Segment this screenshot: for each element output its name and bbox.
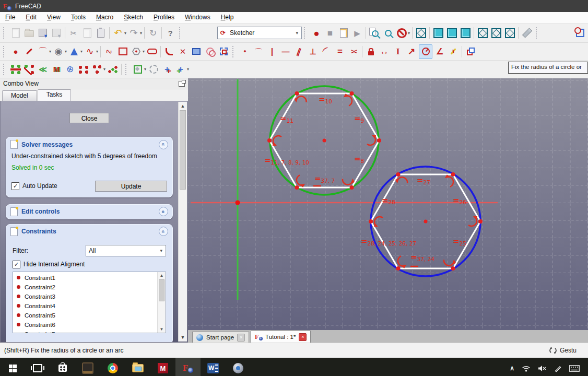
view-sketch-button[interactable]	[574, 26, 586, 40]
volume-muted-icon[interactable]	[538, 365, 547, 372]
taskbar-word[interactable]: W	[201, 358, 226, 376]
menu-help[interactable]: Help	[216, 12, 239, 23]
open-file-button[interactable]	[23, 26, 36, 40]
refresh-button[interactable]: ↻	[147, 26, 159, 40]
vertex-point[interactable]	[369, 219, 373, 224]
show-internal-geometry-button[interactable]: ⊗	[64, 63, 76, 76]
view-front-button[interactable]	[432, 26, 444, 40]
macro-play-button[interactable]: ▶	[351, 26, 363, 40]
collapse-solver-button[interactable]: «	[159, 140, 168, 149]
construction-dropdown[interactable]: ▾	[144, 67, 146, 72]
symmetry-tool-button[interactable]	[77, 63, 90, 76]
close-button[interactable]: Close	[69, 113, 109, 123]
select-conflicting-constraints-button[interactable]: M	[50, 63, 63, 76]
view-bottom-button[interactable]	[490, 26, 502, 40]
wifi-icon[interactable]	[522, 365, 531, 372]
constraint-equal-button[interactable]: =	[334, 45, 346, 58]
toolbar-grip[interactable]	[304, 27, 308, 39]
select-associated-constraints-button[interactable]	[9, 63, 22, 76]
taskbar-store[interactable]	[50, 358, 75, 376]
create-point-tool[interactable]: ●	[9, 45, 22, 58]
sketch-viewport[interactable]: =10 =11 =9 =11, 7, 8, 9, 10 =8 =37, 7 =2…	[188, 78, 588, 330]
toolbar-grip[interactable]	[232, 46, 236, 57]
tray-chevron-icon[interactable]: ∧	[510, 365, 514, 372]
start-button[interactable]	[0, 358, 25, 376]
scrollbar-thumb[interactable]	[180, 110, 186, 190]
navigation-style-label[interactable]: Gestu	[560, 347, 577, 354]
tab-start-page[interactable]: Start page ×	[192, 332, 249, 343]
create-circle-tool[interactable]: ◉	[52, 45, 65, 58]
collapse-constraints-button[interactable]: «	[159, 227, 168, 236]
close-tutorial-icon[interactable]: ×	[299, 333, 307, 341]
taskbar-audio-app[interactable]	[226, 358, 251, 376]
vertex-point[interactable]	[451, 172, 455, 177]
create-bspline-tool[interactable]: ∿	[84, 45, 96, 58]
touch-keyboard-icon[interactable]	[569, 365, 580, 372]
knot-dropdown[interactable]: ▾	[187, 67, 189, 72]
taskbar-freecad[interactable]: F	[175, 358, 201, 376]
toolbar-grip[interactable]	[3, 46, 7, 57]
constraint-parallel-button[interactable]: ∥	[293, 45, 305, 58]
constraint-vertical-button[interactable]: |	[266, 45, 278, 58]
rectangular-array-button[interactable]	[107, 63, 119, 76]
tab-model[interactable]: Model	[2, 90, 37, 101]
macro-edit-button[interactable]	[337, 26, 350, 40]
collapse-edit-controls-button[interactable]: «	[159, 207, 168, 216]
list-item[interactable]: Constraint1	[13, 273, 157, 283]
taskbar-file-explorer[interactable]	[125, 358, 150, 376]
vertex-point[interactable]	[396, 266, 401, 271]
show-bspline-control-polygon-button[interactable]	[147, 63, 160, 76]
redo-dropdown[interactable]: ▾	[140, 31, 142, 36]
solver-messages-header[interactable]: Solver messages «	[6, 137, 172, 151]
pen-icon[interactable]	[554, 365, 562, 372]
vertex-point[interactable]	[478, 219, 483, 224]
increase-knot-multiplicity-button[interactable]: +	[174, 63, 187, 76]
vertex-point[interactable]	[267, 138, 272, 143]
toolbar-grip[interactable]	[536, 27, 539, 39]
trim-tool[interactable]: ✕	[177, 45, 189, 58]
conic-dropdown[interactable]: ▾	[80, 49, 83, 54]
constraint-symmetric-button[interactable]: ><	[347, 45, 360, 58]
clone-tool-button[interactable]	[91, 63, 103, 76]
list-item[interactable]: =Constraint7	[13, 330, 157, 333]
constraint-angle-button[interactable]: ∠	[433, 45, 446, 58]
toggle-construction-tool[interactable]	[217, 45, 230, 58]
draw-style-button[interactable]	[395, 26, 408, 40]
measure-button[interactable]	[521, 26, 533, 40]
carbon-copy-tool[interactable]	[204, 45, 216, 58]
menu-view[interactable]: View	[42, 12, 66, 23]
undo-dropdown[interactable]: ▾	[124, 31, 126, 36]
toggle-construction-geometry-button[interactable]	[132, 63, 144, 76]
select-redundant-constraints-button[interactable]: ≪	[37, 63, 49, 76]
constraint-tangent-button[interactable]: ⌒	[320, 45, 333, 58]
float-panel-icon[interactable]	[179, 81, 185, 87]
constraint-coincident-button[interactable]: ●	[239, 45, 251, 58]
constraint-radius-button[interactable]	[419, 44, 432, 59]
view-right-button[interactable]	[459, 26, 472, 40]
zoom-button[interactable]	[382, 26, 394, 40]
constraint-vertical-distance-button[interactable]: I	[392, 45, 404, 58]
macro-record-button[interactable]: ●	[310, 26, 323, 40]
constraint-horizontal-button[interactable]: —	[279, 45, 292, 58]
list-item[interactable]: Constraint5	[13, 311, 157, 320]
create-arc-tool[interactable]: ⌒	[37, 45, 49, 58]
scrollbar-thumb[interactable]	[159, 279, 164, 301]
tasks-scrollbar[interactable]: ▲ ▼	[178, 102, 187, 342]
vertex-point[interactable]	[377, 138, 381, 143]
increase-bspline-degree-button[interactable]: +	[161, 63, 173, 76]
constraint-lock-button[interactable]	[364, 45, 377, 58]
toolbar-grip[interactable]	[179, 27, 183, 39]
clone-dropdown[interactable]: ▾	[103, 67, 105, 72]
close-start-page-icon[interactable]: ×	[237, 334, 245, 342]
taskbar-chrome[interactable]	[100, 358, 125, 376]
blue-circle-center-point[interactable]	[424, 220, 428, 224]
constraint-distance-button[interactable]: ↗	[405, 45, 418, 58]
vertex-point[interactable]	[350, 185, 354, 190]
vertex-point[interactable]	[451, 266, 455, 271]
vertex-point[interactable]	[295, 185, 299, 190]
list-item[interactable]: Constraint4	[13, 301, 157, 311]
macro-stop-button[interactable]: ■	[324, 26, 336, 40]
view-top-button[interactable]	[445, 26, 458, 40]
task-view-button[interactable]	[25, 358, 50, 376]
external-geometry-tool[interactable]	[190, 45, 203, 58]
